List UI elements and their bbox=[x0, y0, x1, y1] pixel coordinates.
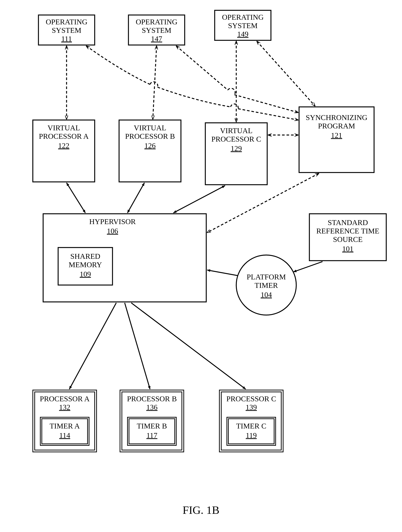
ref-l2: REFERENCE TIME bbox=[316, 227, 379, 235]
timer-a-l: TIMER A bbox=[50, 422, 80, 430]
os-2-num: 147 bbox=[151, 34, 162, 43]
vproc-a: VIRTUAL PROCESSOR A 122 bbox=[33, 120, 95, 182]
svg-line-36 bbox=[131, 303, 246, 389]
os-3-label2: SYSTEM bbox=[228, 21, 258, 30]
timer-b-n: 117 bbox=[146, 431, 157, 440]
vproc-a-num: 122 bbox=[58, 141, 69, 150]
timer-c-l: TIMER C bbox=[236, 422, 266, 430]
sync-l2: PROGRAM bbox=[318, 122, 355, 130]
sync-num: 121 bbox=[331, 131, 342, 139]
os-2-label2: SYSTEM bbox=[142, 26, 171, 34]
vproc-a-l2: PROCESSOR A bbox=[39, 132, 89, 140]
timer-b-l: TIMER B bbox=[137, 422, 167, 430]
ref-l1: STANDARD bbox=[328, 218, 368, 227]
shmem-l1: SHARED bbox=[70, 252, 100, 260]
svg-line-24 bbox=[153, 46, 157, 119]
proc-b: PROCESSOR B 136 TIMER B 117 bbox=[120, 390, 184, 452]
timer-a-n: 114 bbox=[59, 431, 70, 440]
vproc-c: VIRTUAL PROCESSOR C 129 bbox=[205, 123, 267, 185]
timer-c-n: 119 bbox=[246, 431, 257, 440]
svg-line-30 bbox=[127, 183, 144, 213]
svg-line-26 bbox=[257, 41, 315, 106]
proc-a-l: PROCESSOR A bbox=[40, 394, 90, 403]
proc-b-n: 136 bbox=[146, 403, 157, 412]
proc-a-n: 132 bbox=[59, 403, 70, 412]
hv-label: HYPERVISOR bbox=[89, 217, 136, 226]
shmem-num: 109 bbox=[80, 270, 91, 278]
os-3-label1: OPERATING bbox=[222, 13, 264, 21]
os-1-label1: OPERATING bbox=[46, 18, 87, 26]
proc-c-l: PROCESSOR C bbox=[226, 394, 276, 403]
os-block-1: OPERATING SYSTEM 111 bbox=[38, 15, 95, 45]
svg-line-29 bbox=[67, 183, 85, 213]
svg-line-31 bbox=[173, 186, 225, 213]
sync-l1: SYNCHRONIZING bbox=[306, 113, 368, 122]
svg-line-32 bbox=[207, 270, 238, 276]
vproc-c-l2: PROCESSOR C bbox=[211, 135, 261, 143]
platform-timer: PLATFORM TIMER 104 bbox=[236, 255, 296, 315]
proc-b-l: PROCESSOR B bbox=[127, 394, 177, 403]
svg-line-34 bbox=[69, 303, 116, 389]
sync-program: SYNCHRONIZING PROGRAM 121 bbox=[299, 107, 374, 172]
vproc-b-l2: PROCESSOR B bbox=[125, 132, 175, 140]
os-3-num: 149 bbox=[237, 30, 248, 38]
ref-l3: SOURCE bbox=[333, 235, 363, 244]
shmem-l2: MEMORY bbox=[69, 260, 102, 269]
os-block-2: OPERATING SYSTEM 147 bbox=[128, 15, 185, 45]
vproc-b: VIRTUAL PROCESSOR B 126 bbox=[119, 120, 181, 182]
hypervisor: HYPERVISOR 106 SHARED MEMORY 109 bbox=[43, 214, 206, 302]
proc-a: PROCESSOR A 132 TIMER A 114 bbox=[33, 390, 97, 452]
vproc-b-l1: VIRTUAL bbox=[134, 124, 166, 132]
vproc-b-num: 126 bbox=[144, 141, 156, 150]
hv-num: 106 bbox=[107, 227, 118, 235]
ptimer-num: 104 bbox=[261, 291, 272, 299]
svg-line-35 bbox=[125, 303, 150, 389]
ref-time-source: STANDARD REFERENCE TIME SOURCE 101 bbox=[309, 214, 386, 261]
shared-memory: SHARED MEMORY 109 bbox=[58, 247, 113, 285]
vproc-c-l1: VIRTUAL bbox=[220, 127, 252, 135]
diagram: OPERATING SYSTEM 111 OPERATING SYSTEM 14… bbox=[0, 0, 402, 532]
vproc-a-l1: VIRTUAL bbox=[47, 124, 80, 132]
svg-line-33 bbox=[293, 262, 322, 272]
ptimer-l1: PLATFORM bbox=[247, 273, 286, 281]
os-1-label2: SYSTEM bbox=[52, 26, 81, 34]
ref-num: 101 bbox=[342, 245, 353, 253]
figure-label: FIG. 1B bbox=[183, 504, 220, 516]
os-block-3: OPERATING SYSTEM 149 bbox=[215, 10, 271, 40]
ptimer-l2: TIMER bbox=[255, 281, 278, 290]
os-2-label1: OPERATING bbox=[136, 18, 177, 26]
proc-c: PROCESSOR C 139 TIMER C 119 bbox=[219, 390, 283, 452]
os-1-num: 111 bbox=[61, 34, 72, 43]
vproc-c-num: 129 bbox=[231, 144, 242, 153]
proc-c-n: 139 bbox=[246, 403, 257, 412]
